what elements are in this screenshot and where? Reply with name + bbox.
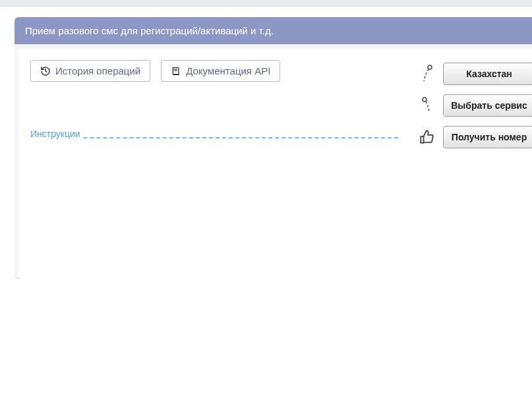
thumbs-up-icon (418, 129, 436, 146)
main-panel: Прием разового смс для регистраций/актив… (15, 17, 532, 279)
instructions-divider: Инструкции (30, 128, 398, 140)
get-number-button[interactable]: Получить номер (443, 126, 532, 148)
toolbar: История операций Документация API (30, 60, 398, 82)
api-docs-button-label: Документация API (186, 65, 270, 76)
panel-body: История операций Документация API Ин (18, 48, 532, 279)
panel-title: Прием разового смс для регистраций/актив… (15, 17, 532, 44)
api-docs-button[interactable]: Документация API (161, 60, 280, 82)
left-column: История операций Документация API Ин (30, 60, 398, 267)
country-button[interactable]: Казахстан (443, 63, 532, 85)
top-strip (0, 0, 532, 7)
country-button-label: Казахстан (466, 69, 512, 79)
history-button-label: История операций (55, 65, 140, 76)
right-column: Казахстан Выбрать сервис (418, 60, 532, 267)
svg-rect-0 (174, 69, 177, 69)
select-service-button[interactable]: Выбрать сервис (443, 94, 532, 117)
step-service: Выбрать сервис (418, 94, 532, 117)
svg-point-3 (423, 98, 427, 102)
svg-rect-1 (174, 70, 177, 71)
dashed-line (30, 137, 398, 138)
pin-start-icon (418, 64, 436, 84)
history-icon (40, 66, 51, 76)
select-service-button-label: Выбрать сервис (451, 100, 527, 111)
book-icon (171, 66, 181, 76)
step-country: Казахстан (418, 63, 532, 85)
get-number-button-label: Получить номер (452, 132, 527, 142)
pin-mid-icon (418, 96, 436, 115)
svg-point-2 (428, 65, 432, 69)
step-get-number: Получить номер (418, 126, 532, 148)
instructions-label: Инструкции (30, 129, 83, 139)
history-button[interactable]: История операций (30, 60, 150, 82)
